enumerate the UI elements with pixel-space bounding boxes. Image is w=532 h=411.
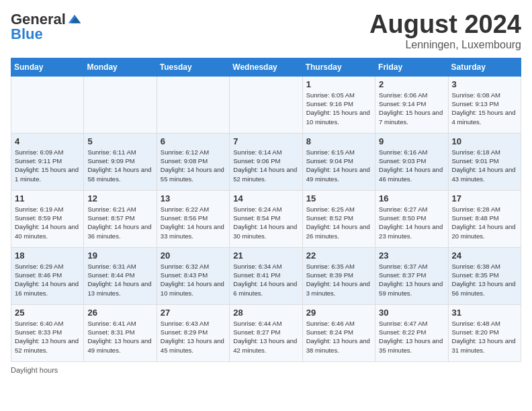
column-header-sunday: Sunday (11, 58, 84, 76)
calendar-cell: 10Sunrise: 6:18 AM Sunset: 9:01 PM Dayli… (448, 133, 521, 190)
day-detail: Sunrise: 6:22 AM Sunset: 8:56 PM Dayligh… (161, 205, 226, 240)
calendar-cell: 12Sunrise: 6:21 AM Sunset: 8:57 PM Dayli… (84, 190, 157, 247)
day-number: 1 (306, 79, 371, 89)
day-detail: Sunrise: 6:44 AM Sunset: 8:27 PM Dayligh… (233, 319, 298, 355)
day-detail: Sunrise: 6:09 AM Sunset: 9:11 PM Dayligh… (15, 148, 80, 183)
column-header-saturday: Saturday (448, 58, 521, 76)
day-detail: Sunrise: 6:25 AM Sunset: 8:52 PM Dayligh… (306, 205, 371, 240)
day-number: 30 (379, 308, 444, 318)
day-number: 12 (87, 193, 152, 203)
calendar-cell: 8Sunrise: 6:15 AM Sunset: 9:04 PM Daylig… (302, 133, 375, 190)
calendar-cell (157, 76, 229, 133)
calendar-cell: 31Sunrise: 6:48 AM Sunset: 8:20 PM Dayli… (448, 304, 521, 361)
calendar-cell: 21Sunrise: 6:34 AM Sunset: 8:41 PM Dayli… (230, 247, 302, 304)
day-detail: Sunrise: 6:14 AM Sunset: 9:06 PM Dayligh… (233, 148, 298, 183)
day-number: 18 (15, 250, 80, 261)
day-number: 21 (233, 250, 298, 261)
calendar-cell: 26Sunrise: 6:41 AM Sunset: 8:31 PM Dayli… (84, 304, 157, 361)
day-number: 25 (15, 308, 80, 318)
calendar-header-row: SundayMondayTuesdayWednesdayThursdayFrid… (11, 58, 521, 76)
day-number: 6 (161, 136, 226, 146)
logo-icon (67, 12, 82, 27)
day-number: 2 (379, 79, 444, 89)
calendar-cell: 24Sunrise: 6:38 AM Sunset: 8:35 PM Dayli… (448, 247, 521, 304)
day-detail: Sunrise: 6:29 AM Sunset: 8:46 PM Dayligh… (15, 262, 80, 298)
day-detail: Sunrise: 6:28 AM Sunset: 8:48 PM Dayligh… (452, 205, 517, 240)
calendar-cell: 28Sunrise: 6:44 AM Sunset: 8:27 PM Dayli… (230, 304, 302, 361)
column-header-friday: Friday (375, 58, 448, 76)
day-detail: Sunrise: 6:21 AM Sunset: 8:57 PM Dayligh… (87, 205, 152, 240)
calendar-cell: 7Sunrise: 6:14 AM Sunset: 9:06 PM Daylig… (230, 133, 302, 190)
day-number: 8 (306, 136, 371, 146)
day-detail: Sunrise: 6:11 AM Sunset: 9:09 PM Dayligh… (87, 148, 152, 183)
day-number: 16 (379, 193, 444, 203)
day-detail: Sunrise: 6:40 AM Sunset: 8:33 PM Dayligh… (15, 319, 80, 355)
title-block: August 2024 Lenningen, Luxembourg (369, 11, 521, 51)
calendar-cell: 4Sunrise: 6:09 AM Sunset: 9:11 PM Daylig… (11, 133, 84, 190)
day-number: 14 (233, 193, 298, 203)
month-year-title: August 2024 (369, 11, 521, 39)
calendar-cell: 2Sunrise: 6:06 AM Sunset: 9:14 PM Daylig… (375, 76, 448, 133)
day-number: 22 (306, 250, 371, 261)
calendar-week-row: 4Sunrise: 6:09 AM Sunset: 9:11 PM Daylig… (11, 133, 521, 190)
day-number: 15 (306, 193, 371, 203)
location-subtitle: Lenningen, Luxembourg (369, 39, 521, 51)
day-number: 31 (452, 308, 517, 318)
calendar-cell: 15Sunrise: 6:25 AM Sunset: 8:52 PM Dayli… (302, 190, 375, 247)
day-detail: Sunrise: 6:48 AM Sunset: 8:20 PM Dayligh… (452, 319, 517, 355)
day-detail: Sunrise: 6:37 AM Sunset: 8:37 PM Dayligh… (379, 262, 444, 298)
day-number: 27 (161, 308, 226, 318)
calendar-cell: 22Sunrise: 6:35 AM Sunset: 8:39 PM Dayli… (302, 247, 375, 304)
calendar-cell: 13Sunrise: 6:22 AM Sunset: 8:56 PM Dayli… (157, 190, 229, 247)
calendar-week-row: 11Sunrise: 6:19 AM Sunset: 8:59 PM Dayli… (11, 190, 521, 247)
logo-blue-text: Blue (11, 26, 43, 43)
day-detail: Sunrise: 6:46 AM Sunset: 8:24 PM Dayligh… (306, 319, 371, 355)
calendar-table: SundayMondayTuesdayWednesdayThursdayFrid… (11, 58, 521, 362)
calendar-week-row: 18Sunrise: 6:29 AM Sunset: 8:46 PM Dayli… (11, 247, 521, 304)
page-header: General Blue August 2024 Lenningen, Luxe… (11, 11, 521, 51)
column-header-monday: Monday (84, 58, 157, 76)
day-number: 29 (306, 308, 371, 318)
day-detail: Sunrise: 6:06 AM Sunset: 9:14 PM Dayligh… (379, 91, 444, 126)
day-number: 13 (161, 193, 226, 203)
day-number: 20 (161, 250, 226, 261)
day-detail: Sunrise: 6:34 AM Sunset: 8:41 PM Dayligh… (233, 262, 298, 298)
day-detail: Sunrise: 6:18 AM Sunset: 9:01 PM Dayligh… (452, 148, 517, 183)
calendar-cell: 25Sunrise: 6:40 AM Sunset: 8:33 PM Dayli… (11, 304, 84, 361)
logo: General Blue (11, 11, 82, 43)
calendar-cell: 9Sunrise: 6:16 AM Sunset: 9:03 PM Daylig… (375, 133, 448, 190)
day-number: 26 (87, 308, 152, 318)
calendar-cell: 17Sunrise: 6:28 AM Sunset: 8:48 PM Dayli… (448, 190, 521, 247)
day-detail: Sunrise: 6:27 AM Sunset: 8:50 PM Dayligh… (379, 205, 444, 240)
day-detail: Sunrise: 6:08 AM Sunset: 9:13 PM Dayligh… (452, 91, 517, 126)
calendar-cell: 18Sunrise: 6:29 AM Sunset: 8:46 PM Dayli… (11, 247, 84, 304)
day-detail: Sunrise: 6:05 AM Sunset: 9:16 PM Dayligh… (306, 91, 371, 126)
day-detail: Sunrise: 6:38 AM Sunset: 8:35 PM Dayligh… (452, 262, 517, 298)
calendar-cell: 3Sunrise: 6:08 AM Sunset: 9:13 PM Daylig… (448, 76, 521, 133)
day-detail: Sunrise: 6:35 AM Sunset: 8:39 PM Dayligh… (306, 262, 371, 298)
day-detail: Sunrise: 6:32 AM Sunset: 8:43 PM Dayligh… (161, 262, 226, 298)
calendar-cell: 23Sunrise: 6:37 AM Sunset: 8:37 PM Dayli… (375, 247, 448, 304)
day-detail: Sunrise: 6:12 AM Sunset: 9:08 PM Dayligh… (161, 148, 226, 183)
day-detail: Sunrise: 6:47 AM Sunset: 8:22 PM Dayligh… (379, 319, 444, 355)
calendar-week-row: 25Sunrise: 6:40 AM Sunset: 8:33 PM Dayli… (11, 304, 521, 361)
calendar-cell: 29Sunrise: 6:46 AM Sunset: 8:24 PM Dayli… (302, 304, 375, 361)
day-detail: Sunrise: 6:15 AM Sunset: 9:04 PM Dayligh… (306, 148, 371, 183)
day-detail: Sunrise: 6:43 AM Sunset: 8:29 PM Dayligh… (161, 319, 226, 355)
column-header-tuesday: Tuesday (157, 58, 229, 76)
day-detail: Sunrise: 6:31 AM Sunset: 8:44 PM Dayligh… (87, 262, 152, 298)
calendar-cell: 11Sunrise: 6:19 AM Sunset: 8:59 PM Dayli… (11, 190, 84, 247)
day-number: 24 (452, 250, 517, 261)
calendar-cell: 14Sunrise: 6:24 AM Sunset: 8:54 PM Dayli… (230, 190, 302, 247)
calendar-week-row: 1Sunrise: 6:05 AM Sunset: 9:16 PM Daylig… (11, 76, 521, 133)
column-header-wednesday: Wednesday (230, 58, 302, 76)
calendar-cell: 19Sunrise: 6:31 AM Sunset: 8:44 PM Dayli… (84, 247, 157, 304)
calendar-cell: 30Sunrise: 6:47 AM Sunset: 8:22 PM Dayli… (375, 304, 448, 361)
footer-note: Daylight hours (11, 366, 521, 374)
calendar-cell: 20Sunrise: 6:32 AM Sunset: 8:43 PM Dayli… (157, 247, 229, 304)
day-number: 19 (87, 250, 152, 261)
column-header-thursday: Thursday (302, 58, 375, 76)
day-detail: Sunrise: 6:24 AM Sunset: 8:54 PM Dayligh… (233, 205, 298, 240)
day-number: 17 (452, 193, 517, 203)
day-number: 4 (15, 136, 80, 146)
